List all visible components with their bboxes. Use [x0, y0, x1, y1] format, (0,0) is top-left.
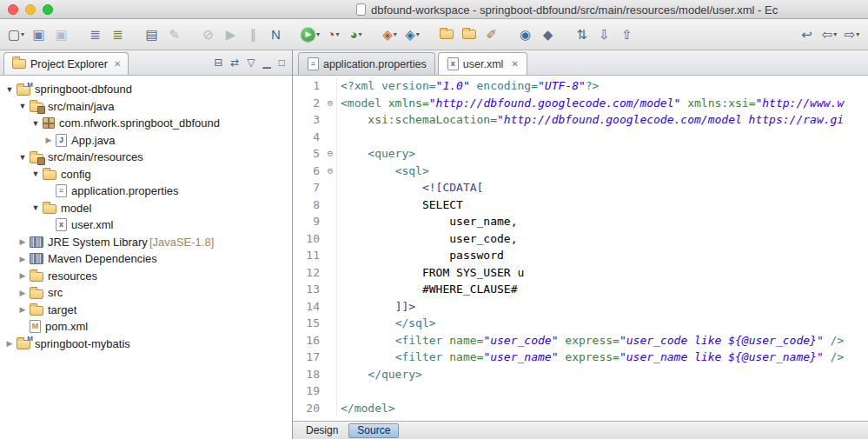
- code-line-17[interactable]: 17 <filter name="user_name" express="use…: [293, 349, 868, 366]
- tab-source[interactable]: Source: [348, 423, 399, 438]
- disclosure-triangle[interactable]: ▼: [30, 170, 42, 178]
- zoom-window-button[interactable]: [43, 4, 53, 15]
- disclosure-triangle[interactable]: ▶: [3, 339, 16, 348]
- code-line-14[interactable]: 14 ]]>: [293, 298, 868, 316]
- tree-item-com-nfwork-springboot-dbfound[interactable]: ▼com.nfwork.springboot_dbfound: [0, 115, 292, 132]
- close-view-icon[interactable]: ✕: [114, 59, 121, 69]
- tree-item-app-java[interactable]: ▶JApp.java: [0, 132, 292, 150]
- maximize-icon[interactable]: □: [279, 57, 285, 68]
- new-web-wizard-button[interactable]: ✐: [480, 23, 502, 46]
- tab-design[interactable]: Design: [297, 423, 347, 438]
- code-line-20[interactable]: 20</model>: [293, 400, 868, 417]
- disclosure-triangle[interactable]: ▼: [3, 85, 16, 94]
- code-line-6[interactable]: 6⊖ <sql>: [293, 163, 868, 180]
- tree-item-src-main-resources[interactable]: ▼src/main/resources: [0, 149, 292, 166]
- mark-occurrences-button[interactable]: ≣: [107, 23, 129, 46]
- tree-item-resources[interactable]: ▶resources: [0, 268, 292, 285]
- code-line-10[interactable]: 10 user_code,: [293, 230, 868, 248]
- tree-item-springboot-dbfound[interactable]: ▼Mspringboot-dbfound: [0, 81, 292, 98]
- tree-item-user-xml[interactable]: xuser.xml: [0, 216, 292, 234]
- dropdown-arrow-icon[interactable]: ▾: [316, 30, 320, 38]
- resume-button[interactable]: ▶: [220, 23, 242, 46]
- code-line-9[interactable]: 9 user_name,: [293, 213, 868, 230]
- close-tab-icon[interactable]: ✕: [511, 59, 518, 69]
- suspend-button[interactable]: ∥: [242, 23, 264, 46]
- tree-item-model[interactable]: ▼model: [0, 200, 292, 217]
- forward-button[interactable]: ⇨▾: [841, 23, 863, 46]
- save-all-button[interactable]: ▣: [50, 23, 72, 46]
- disclosure-triangle[interactable]: ▼: [30, 203, 42, 212]
- code-line-5[interactable]: 5⊖ <query>: [293, 145, 868, 163]
- next-annotation-button[interactable]: ⇩: [593, 23, 615, 46]
- back-button[interactable]: ⇦▾: [818, 23, 840, 46]
- code-line-16[interactable]: 16 <filter name="user_code" express="use…: [293, 332, 868, 349]
- disclosure-triangle[interactable]: ▶: [17, 289, 29, 297]
- tree-item-config[interactable]: ▼config: [0, 166, 292, 183]
- link-with-editor-icon[interactable]: ⇄: [230, 57, 239, 68]
- minimize-icon[interactable]: ▁: [263, 57, 271, 68]
- disclosure-triangle[interactable]: ▶: [17, 271, 29, 280]
- new-launch-config-button[interactable]: N: [265, 23, 287, 46]
- disclosure-triangle[interactable]: ▼: [17, 102, 29, 110]
- open-task-button[interactable]: ≣: [84, 23, 106, 46]
- run-button[interactable]: ▶▾: [299, 23, 321, 46]
- close-window-button[interactable]: [8, 4, 18, 15]
- tree-item-src[interactable]: ▶src: [0, 284, 292, 302]
- dropdown-arrow-icon[interactable]: ▾: [394, 30, 397, 38]
- open-folder-button[interactable]: [435, 23, 457, 46]
- minimize-window-button[interactable]: [25, 4, 36, 15]
- tab-application-properties[interactable]: ≡application.properties: [298, 52, 435, 75]
- view-menu-icon[interactable]: ▽: [247, 57, 255, 68]
- web-browser-button[interactable]: ◉: [514, 23, 536, 46]
- edit-pencil-button[interactable]: ✎: [163, 23, 185, 46]
- code-line-12[interactable]: 12 FROM SYS_USER u: [293, 264, 868, 282]
- new-wizard-button[interactable]: ▢▾: [5, 23, 27, 46]
- code-line-1[interactable]: 1<?xml version="1.0" encoding="UTF-8"?>: [293, 77, 868, 95]
- dropdown-arrow-icon[interactable]: ▾: [21, 30, 24, 38]
- tree-item-jre-system-library[interactable]: ▶JRE System Library [JavaSE-1.8]: [0, 234, 292, 251]
- fold-marker-icon[interactable]: ⊖: [324, 145, 337, 163]
- disclosure-triangle[interactable]: ▶: [17, 237, 29, 246]
- document-proxy-icon[interactable]: [356, 3, 366, 16]
- element-selection-button[interactable]: ◆: [537, 23, 559, 46]
- code-line-2[interactable]: 2⊖<model xmlns="http://dbfound.googlecod…: [293, 95, 868, 112]
- skip-all-breakpoints-button[interactable]: ⊘: [197, 23, 219, 46]
- previous-annotation-button[interactable]: ⇧: [616, 23, 638, 46]
- tree-item-target[interactable]: ▶target: [0, 302, 292, 319]
- code-line-7[interactable]: 7 <![CDATA[: [293, 179, 868, 196]
- code-line-13[interactable]: 13 #WHERE_CLAUSE#: [293, 281, 868, 298]
- code-line-18[interactable]: 18 </query>: [293, 366, 868, 383]
- code-line-19[interactable]: 19: [293, 382, 868, 400]
- import-folder-button[interactable]: [458, 23, 480, 46]
- disclosure-triangle[interactable]: ▼: [30, 119, 42, 128]
- code-line-11[interactable]: 11 password: [293, 247, 868, 264]
- code-line-15[interactable]: 15 </sql>: [293, 315, 868, 332]
- save-button[interactable]: ▣: [28, 23, 50, 46]
- tab-user-xml[interactable]: xuser.xml✕: [438, 52, 527, 75]
- tree-item-springboot-mybatis[interactable]: ▶Mspringboot-mybatis: [0, 336, 292, 353]
- collapse-all-icon[interactable]: ⊟: [214, 57, 222, 68]
- dropdown-arrow-icon[interactable]: ▾: [416, 30, 420, 38]
- tree-item-maven-dependencies[interactable]: ▶Maven Dependencies: [0, 250, 292, 268]
- code-line-4[interactable]: 4: [293, 129, 868, 146]
- profile-button[interactable]: ◕▾: [345, 23, 367, 46]
- disclosure-triangle[interactable]: ▶: [17, 305, 29, 314]
- code-line-8[interactable]: 8 SELECT: [293, 196, 868, 214]
- sort-button[interactable]: ⇅: [571, 23, 593, 46]
- disclosure-triangle[interactable]: ▶: [17, 255, 29, 263]
- dropdown-arrow-icon[interactable]: ▾: [359, 30, 362, 38]
- dropdown-arrow-icon[interactable]: ▾: [833, 30, 837, 38]
- tab-project-explorer[interactable]: Project Explorer ✕: [3, 52, 129, 75]
- fold-marker-icon[interactable]: ⊖: [324, 95, 337, 112]
- code-line-3[interactable]: 3 xsi:schemaLocation="http://dbfound.goo…: [293, 111, 868, 129]
- debug-on-server-button[interactable]: ◈▾: [401, 23, 423, 46]
- coverage-button[interactable]: ◔▾: [322, 23, 344, 46]
- run-on-server-button[interactable]: ◈▾: [379, 23, 401, 46]
- tree-item-pom-xml[interactable]: Mpom.xml: [0, 318, 292, 336]
- code-area[interactable]: 1<?xml version="1.0" encoding="UTF-8"?>2…: [293, 76, 868, 421]
- fold-marker-icon[interactable]: ⊖: [324, 163, 337, 180]
- dropdown-arrow-icon[interactable]: ▾: [856, 30, 859, 38]
- show-console-button[interactable]: ▤: [141, 23, 162, 46]
- tree-item-application-properties[interactable]: ≡application.properties: [0, 183, 292, 200]
- dropdown-arrow-icon[interactable]: ▾: [336, 30, 340, 38]
